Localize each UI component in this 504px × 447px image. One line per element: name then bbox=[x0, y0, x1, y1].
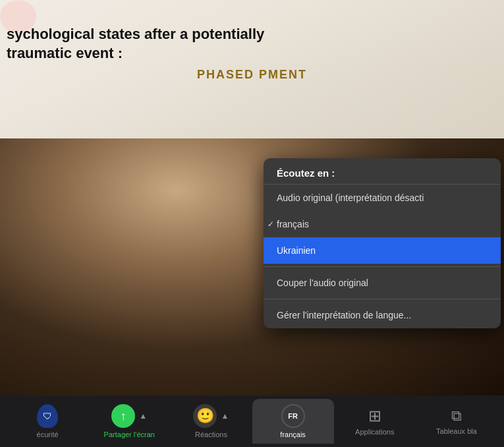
reactions-chevron-icon[interactable]: ▲ bbox=[221, 411, 229, 421]
share-icon-group: ↑ ▲ bbox=[111, 404, 147, 428]
slide-subtitle: PHASED PMENT bbox=[0, 65, 504, 84]
toolbar-item-share[interactable]: ↑ ▲ Partager l'écran bbox=[88, 399, 170, 444]
dropdown-item-ukrainien[interactable]: Ukrainien bbox=[264, 237, 501, 264]
dropdown-item-mute-label: Couper l'audio original bbox=[277, 278, 368, 288]
dropdown-item-mute[interactable]: Couper l'audio original bbox=[264, 270, 501, 296]
toolbar-label-security: écurité bbox=[37, 431, 59, 438]
dropdown-divider-2 bbox=[264, 299, 501, 299]
share-chevron-icon[interactable]: ▲ bbox=[139, 411, 147, 421]
monitor-icon: ⧉ bbox=[451, 407, 462, 425]
dropdown-item-francais[interactable]: français bbox=[264, 211, 501, 237]
dropdown-item-original-label: Audio original (interprétation désacti bbox=[277, 193, 424, 203]
toolbar-item-francais[interactable]: FR français bbox=[252, 399, 334, 444]
shield-icon: 🛡 bbox=[37, 404, 58, 428]
dropdown-item-manage[interactable]: Gérer l'interprétation de langue... bbox=[264, 302, 501, 328]
dropdown-item-francais-label: français bbox=[277, 219, 309, 229]
toolbar-label-reactions: Réactions bbox=[195, 431, 227, 438]
grid-icon: ⊞ bbox=[368, 407, 381, 425]
toolbar-label-francais: français bbox=[280, 431, 306, 438]
toolbar-item-tableaux[interactable]: ⧉ Tableaux bla bbox=[416, 402, 497, 440]
slide-content: sychological states after a potentiallyt… bbox=[0, 13, 504, 84]
toolbar-item-reactions[interactable]: 🙂 ▲ Réactions bbox=[170, 399, 252, 444]
dropdown-item-manage-label: Gérer l'interprétation de langue... bbox=[277, 310, 411, 320]
dropdown-divider-1 bbox=[264, 266, 501, 267]
toolbar-label-share: Partager l'écran bbox=[104, 431, 155, 438]
toolbar-item-applications[interactable]: ⊞ Applications bbox=[334, 402, 416, 441]
toolbar: 🛡 écurité ↑ ▲ Partager l'écran 🙂 ▲ Réact… bbox=[0, 396, 504, 447]
dropdown-header: Écoutez en : bbox=[264, 158, 501, 185]
fr-badge-icon: FR bbox=[281, 404, 305, 428]
toolbar-label-applications: Applications bbox=[355, 428, 394, 436]
dropdown-item-original[interactable]: Audio original (interprétation désacti bbox=[264, 185, 501, 211]
dropdown-item-ukrainien-label: Ukrainien bbox=[277, 245, 316, 256]
toolbar-item-security[interactable]: 🛡 écurité bbox=[7, 399, 88, 444]
slide-title: sychological states after a potentiallyt… bbox=[0, 13, 504, 65]
language-dropdown: Écoutez en : Audio original (interprétat… bbox=[264, 158, 501, 328]
toolbar-label-tableaux: Tableaux bla bbox=[436, 427, 477, 435]
reactions-icon-group: 🙂 ▲ bbox=[193, 404, 229, 428]
share-icon: ↑ bbox=[111, 404, 135, 428]
emoji-icon: 🙂 bbox=[193, 404, 217, 428]
